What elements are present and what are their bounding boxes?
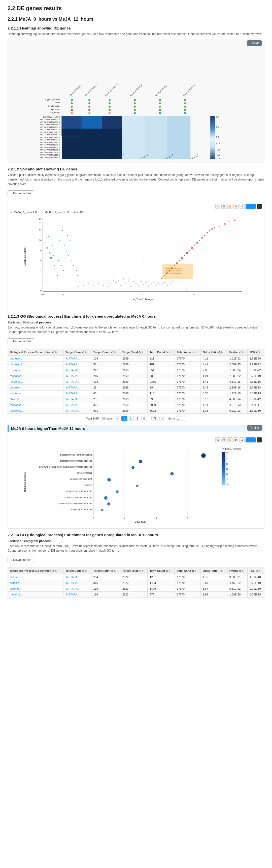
svg-text:photosynthesis: photosynthesis: [77, 472, 92, 474]
svg-point-170: [107, 478, 111, 482]
svg-text:20: 20: [226, 473, 229, 475]
page-2-btn[interactable]: 2: [128, 416, 134, 421]
svg-point-128: [77, 286, 79, 287]
svg-point-171: [136, 485, 138, 487]
svg-text:2: 2: [40, 279, 41, 282]
volcano-description: Volcano plot of differentially expressed…: [7, 173, 265, 186]
download-volcano-btn[interactable]: ↓ Download file: [7, 190, 34, 196]
col2-target-gene[interactable]: Target Gene ◇: [63, 568, 91, 574]
dp-pan-btn[interactable]: ✋: [228, 437, 233, 442]
color-swatch-blue[interactable]: [245, 204, 256, 209]
svg-text:Down-MeJA 0 hours: Down-MeJA 0 hours: [165, 267, 181, 269]
svg-point-135: [165, 282, 166, 283]
svg-rect-62: [102, 116, 122, 129]
svg-text:10: 10: [226, 484, 229, 486]
svg-rect-66: [168, 116, 190, 159]
col2-bio-process[interactable]: Biological Process De scription ◇: [8, 568, 64, 574]
svg-text:-10: -10: [41, 293, 44, 296]
svg-point-56: [159, 112, 161, 114]
svg-text:12: 12: [39, 229, 41, 231]
dp-reset-btn[interactable]: ⟳: [234, 437, 238, 442]
table-row: photosynt...IMPTAPA...562169101175704.49…: [8, 362, 265, 367]
svg-text:photosynthesis, light harvesti: photosynthesis, light harvesting: [60, 454, 92, 456]
table-row: photosyn...IMPTAPA...1082169211175704.11…: [8, 356, 265, 362]
svg-rect-65: [145, 116, 168, 159]
col2-target-total[interactable]: Target Total ◇: [120, 568, 147, 574]
download-chart-btn[interactable]: ⬇: [239, 204, 244, 209]
svg-text:4: 4: [124, 517, 125, 519]
svg-text:2: 2: [93, 517, 94, 519]
svg-point-109: [121, 285, 122, 286]
table-row: response...IMPTAPA...2112169854175702.00…: [8, 367, 265, 373]
col-target-count[interactable]: Target Count ◇: [91, 349, 120, 356]
svg-text:DE_Group: DE_Group: [50, 112, 60, 114]
select-btn[interactable]: ⊞: [222, 204, 227, 209]
download-table1-btn[interactable]: ↓ Download file: [7, 338, 34, 344]
dp-select-btn[interactable]: ⊞: [222, 437, 227, 442]
svg-point-115: [143, 284, 144, 285]
dp-zoom-btn[interactable]: 🔍: [215, 437, 220, 442]
col-pvalue[interactable]: Pvalue ◇: [227, 349, 247, 356]
svg-point-30: [108, 99, 110, 101]
page-1-btn[interactable]: 1: [122, 416, 127, 421]
svg-text:Outlier: Outlier: [54, 102, 60, 104]
svg-text:10: 10: [240, 293, 243, 296]
page-3-btn[interactable]: 3: [135, 416, 140, 421]
svg-rect-63: [62, 129, 122, 159]
page-75-btn[interactable]: 75: [151, 416, 159, 421]
svg-text:0: 0: [40, 289, 41, 292]
table-row: response...IMPTAPA...2152169985175701.91…: [8, 373, 265, 379]
svg-point-32: [159, 99, 161, 101]
col2-odds-ratio[interactable]: Odds Ratio ◇: [201, 568, 228, 574]
volcano-container: 🔍 ⊞ ✋ ⟳ ⬇ × MeJA_0_hours UP × MeJA_12_ho…: [7, 201, 265, 310]
svg-point-172: [115, 490, 118, 493]
svg-point-54: [108, 112, 110, 114]
svg-text:IMPTAPA%2N11366 1: IMPTAPA%2N11366 1: [40, 151, 60, 154]
col2-term-count[interactable]: Term Count ◇: [147, 568, 175, 574]
next-page-btn[interactable]: >: [160, 416, 165, 421]
zoom-btn[interactable]: 🔍: [215, 204, 220, 209]
toolkit-button-heatmap[interactable]: Toolkit: [247, 40, 262, 46]
goto-page-input[interactable]: [176, 416, 186, 421]
svg-point-122: [103, 285, 104, 286]
color-swatch-dark[interactable]: [257, 204, 262, 209]
table-row: photosyn...IMPTAPA...23216929175706.422.…: [8, 385, 265, 391]
svg-point-169: [170, 472, 174, 475]
toolkit-btn-2[interactable]: Toolkit: [247, 425, 262, 431]
reset-btn[interactable]: ⟳: [234, 204, 238, 209]
svg-text:response to stimulus: response to stimulus: [71, 508, 92, 510]
download-table2-btn[interactable]: ↓ Download file: [7, 557, 34, 563]
svg-text:0.4: 0.4: [216, 126, 219, 128]
prev-page-btn[interactable]: <: [115, 416, 121, 421]
svg-text:14: 14: [39, 221, 41, 224]
dp-download-btn[interactable]: ⬇: [239, 437, 244, 442]
legend-up2: × MeJA_12_hours UP: [41, 211, 69, 214]
dotplot-container: 🔍 ⊞ ✋ ⟳ ⬇ photosynthesis, light harvesti…: [7, 435, 265, 529]
section-2214-title: 2.2.1.4 GO (Biological process) Enrichme…: [7, 533, 265, 537]
col-bio-process[interactable]: Biological Process De scription ◇: [8, 349, 64, 356]
pan-btn[interactable]: ✋: [228, 204, 233, 209]
svg-text:IMPTAPA%2N11112 1: IMPTAPA%2N11112 1: [40, 154, 60, 156]
col-total-anno[interactable]: Total Anno ◇: [175, 349, 201, 356]
col-fdr[interactable]: FDR ◇: [247, 349, 265, 356]
svg-text:35: 35: [226, 457, 229, 460]
col2-fdr[interactable]: FDR ◇: [247, 568, 265, 574]
svg-text:Odds ratio: Odds ratio: [135, 520, 146, 523]
col2-total-anno[interactable]: Total Anno ◇: [175, 568, 201, 574]
table-row: second...IMPTAPA...11523221429175701.675…: [8, 586, 265, 592]
col-term-count[interactable]: Term Count ◇: [147, 349, 175, 356]
table-row: response...IMPTAPA...402169116175703.351…: [8, 391, 265, 396]
svg-point-47: [89, 109, 91, 111]
col-target-total[interactable]: Target Total ◇: [120, 349, 147, 356]
page-title: 2.2 DE genes results: [7, 5, 265, 11]
svg-text:IMPTAPA%2N24205 1: IMPTAPA%2N24205 1: [40, 149, 60, 151]
page-4-btn[interactable]: 4: [141, 416, 147, 421]
svg-text:response to abiotic stimulus: response to abiotic stimulus: [64, 496, 92, 498]
col-target-gene[interactable]: Target Gene ◇: [63, 349, 91, 356]
volcano-legend: × MeJA_0_hours UP × MeJA_12_hours UP NoD…: [10, 211, 262, 214]
col2-pvalue[interactable]: Pvalue ◇: [227, 568, 247, 574]
col-odds-ratio[interactable]: Odds Ratio ◇: [201, 349, 228, 356]
col2-target-count[interactable]: Target Count ◇: [91, 568, 120, 574]
pagination-1: Total 1465 20/page < 1 2 3 4 ... 75 > Go…: [7, 416, 265, 421]
table1-header: Biological Process De scription ◇ Target…: [8, 349, 265, 356]
